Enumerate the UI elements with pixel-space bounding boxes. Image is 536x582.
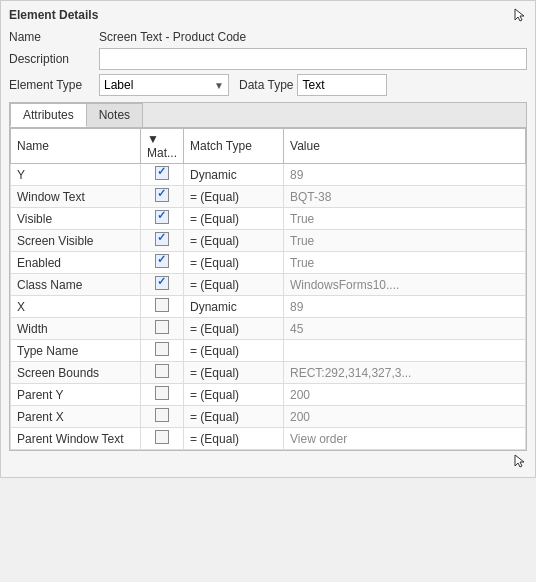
- row-name-cell: Type Name: [11, 340, 141, 362]
- tabs-header: Attributes Notes: [10, 103, 526, 128]
- row-value-cell: 89: [284, 164, 526, 186]
- col-name: Name: [11, 129, 141, 164]
- row-match-type-cell: = (Equal): [184, 252, 284, 274]
- row-match-type-cell: Dynamic: [184, 296, 284, 318]
- col-match-type: Match Type: [184, 129, 284, 164]
- element-type-arrow-icon: ▼: [214, 80, 224, 91]
- table-row: Width= (Equal)45: [11, 318, 526, 340]
- table-row: Class Name= (Equal)WindowsForms10....: [11, 274, 526, 296]
- row-match-type-cell: Dynamic: [184, 164, 284, 186]
- data-type-label: Data Type: [239, 78, 293, 92]
- row-mat-cell[interactable]: [141, 340, 184, 362]
- name-value: Screen Text - Product Code: [99, 30, 527, 44]
- checkbox-checked-icon[interactable]: [155, 210, 169, 224]
- table-row: Screen Bounds= (Equal)RECT:292,314,327,3…: [11, 362, 526, 384]
- cursor-bottom-icon: [513, 453, 527, 469]
- table-row: Type Name= (Equal): [11, 340, 526, 362]
- data-type-value: Text: [297, 74, 387, 96]
- checkbox-unchecked-icon[interactable]: [155, 364, 169, 378]
- checkbox-unchecked-icon[interactable]: [155, 320, 169, 334]
- row-mat-cell[interactable]: [141, 428, 184, 450]
- tab-attributes[interactable]: Attributes: [10, 103, 87, 127]
- row-mat-cell[interactable]: [141, 208, 184, 230]
- attributes-table: Name ▼ Mat... Match Type Value YDynamic8…: [10, 128, 526, 450]
- element-type-selected: Label: [104, 78, 133, 92]
- row-name-cell: Parent Window Text: [11, 428, 141, 450]
- row-name-cell: Class Name: [11, 274, 141, 296]
- row-match-type-cell: = (Equal): [184, 318, 284, 340]
- checkbox-checked-icon[interactable]: [155, 166, 169, 180]
- row-name-cell: Width: [11, 318, 141, 340]
- name-label: Name: [9, 30, 99, 44]
- table-row: Parent X= (Equal)200: [11, 406, 526, 428]
- checkbox-checked-icon[interactable]: [155, 188, 169, 202]
- checkbox-unchecked-icon[interactable]: [155, 408, 169, 422]
- row-name-cell: Y: [11, 164, 141, 186]
- row-value-cell: True: [284, 230, 526, 252]
- row-mat-cell[interactable]: [141, 252, 184, 274]
- row-value-cell: 200: [284, 384, 526, 406]
- checkbox-unchecked-icon[interactable]: [155, 298, 169, 312]
- row-mat-cell[interactable]: [141, 274, 184, 296]
- element-type-label: Element Type: [9, 78, 99, 92]
- row-value-cell: View order: [284, 428, 526, 450]
- description-label: Description: [9, 52, 99, 66]
- checkbox-unchecked-icon[interactable]: [155, 342, 169, 356]
- row-name-cell: Screen Bounds: [11, 362, 141, 384]
- row-match-type-cell: = (Equal): [184, 428, 284, 450]
- checkbox-unchecked-icon[interactable]: [155, 386, 169, 400]
- row-name-cell: Visible: [11, 208, 141, 230]
- tab-notes[interactable]: Notes: [86, 103, 143, 127]
- row-value-cell: 45: [284, 318, 526, 340]
- row-mat-cell[interactable]: [141, 384, 184, 406]
- table-row: Parent Y= (Equal)200: [11, 384, 526, 406]
- attributes-table-container: Name ▼ Mat... Match Type Value YDynamic8…: [10, 128, 526, 450]
- description-input[interactable]: [99, 48, 527, 70]
- element-type-select[interactable]: Label ▼: [99, 74, 229, 96]
- row-name-cell: X: [11, 296, 141, 318]
- table-row: Parent Window Text= (Equal)View order: [11, 428, 526, 450]
- row-value-cell: 89: [284, 296, 526, 318]
- table-row: Visible= (Equal)True: [11, 208, 526, 230]
- checkbox-unchecked-icon[interactable]: [155, 430, 169, 444]
- row-match-type-cell: = (Equal): [184, 186, 284, 208]
- table-row: YDynamic89: [11, 164, 526, 186]
- name-row: Name Screen Text - Product Code: [9, 30, 527, 44]
- table-row: XDynamic89: [11, 296, 526, 318]
- row-value-cell: RECT:292,314,327,3...: [284, 362, 526, 384]
- section-title: Element Details: [9, 8, 98, 22]
- row-match-type-cell: = (Equal): [184, 362, 284, 384]
- row-match-type-cell: = (Equal): [184, 340, 284, 362]
- checkbox-checked-icon[interactable]: [155, 232, 169, 246]
- table-header-row: Name ▼ Mat... Match Type Value: [11, 129, 526, 164]
- row-match-type-cell: = (Equal): [184, 230, 284, 252]
- row-match-type-cell: = (Equal): [184, 208, 284, 230]
- tabs-container: Attributes Notes Name ▼ Mat... Match Typ…: [9, 102, 527, 451]
- row-match-type-cell: = (Equal): [184, 274, 284, 296]
- row-match-type-cell: = (Equal): [184, 406, 284, 428]
- col-mat[interactable]: ▼ Mat...: [141, 129, 184, 164]
- table-row: Window Text= (Equal)BQT-38: [11, 186, 526, 208]
- row-name-cell: Parent Y: [11, 384, 141, 406]
- row-value-cell: WindowsForms10....: [284, 274, 526, 296]
- row-mat-cell[interactable]: [141, 318, 184, 340]
- row-mat-cell[interactable]: [141, 164, 184, 186]
- row-match-type-cell: = (Equal): [184, 384, 284, 406]
- row-mat-cell[interactable]: [141, 186, 184, 208]
- element-details-panel: Element Details Name Screen Text - Produ…: [0, 0, 536, 478]
- row-value-cell: True: [284, 252, 526, 274]
- row-name-cell: Parent X: [11, 406, 141, 428]
- row-value-cell: 200: [284, 406, 526, 428]
- table-row: Screen Visible= (Equal)True: [11, 230, 526, 252]
- checkbox-checked-icon[interactable]: [155, 276, 169, 290]
- cursor-icon: [513, 7, 527, 23]
- row-name-cell: Window Text: [11, 186, 141, 208]
- checkbox-checked-icon[interactable]: [155, 254, 169, 268]
- row-mat-cell[interactable]: [141, 406, 184, 428]
- row-mat-cell[interactable]: [141, 230, 184, 252]
- row-value-cell: [284, 340, 526, 362]
- row-mat-cell[interactable]: [141, 296, 184, 318]
- row-mat-cell[interactable]: [141, 362, 184, 384]
- row-value-cell: BQT-38: [284, 186, 526, 208]
- type-row: Element Type Label ▼ Data Type Text: [9, 74, 527, 96]
